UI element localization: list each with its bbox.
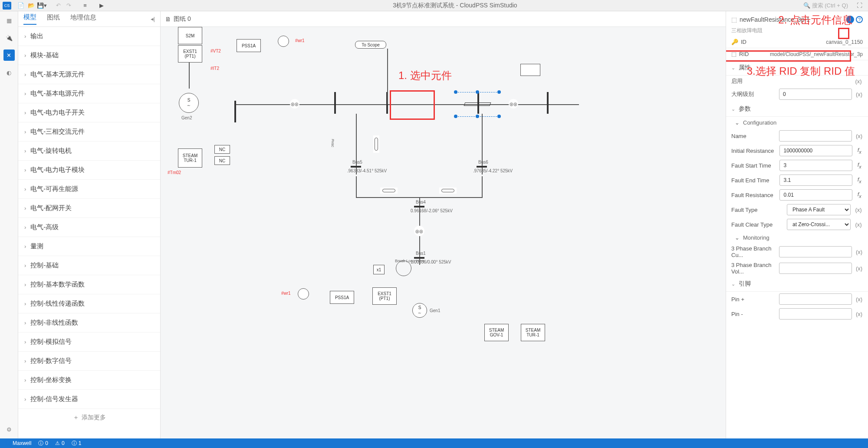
block-x1[interactable]: x1 (373, 265, 385, 274)
category-item[interactable]: ›电气-电力电子模块 (18, 161, 160, 180)
tline1[interactable] (373, 135, 379, 153)
block-exst1[interactable]: EXST1 (PT1) (178, 45, 202, 63)
status-warn[interactable]: ⚠ 0 (55, 440, 65, 446)
block-sum-top[interactable] (278, 36, 289, 47)
run-icon[interactable]: ▶ (96, 1, 107, 10)
category-item[interactable]: ›控制-信号发生器 (18, 390, 160, 409)
tline2[interactable] (380, 188, 398, 194)
label-vt2: #VT2 (210, 49, 221, 53)
param-input[interactable] (779, 263, 852, 274)
rid-value[interactable]: model/CloudPSS/_newFaultResistor_3p (770, 51, 863, 57)
id-value[interactable]: canvas_0_1150 (826, 39, 863, 45)
block-pss1a[interactable]: PSS1A (237, 39, 261, 52)
block-right-top[interactable] (520, 64, 540, 76)
chevron-right-icon: › (24, 396, 26, 402)
category-item[interactable]: ›控制-线性传递函数 (18, 294, 160, 313)
block-gen2-sym[interactable]: S～ (179, 93, 199, 113)
xfmr2[interactable]: ◎◎ (509, 99, 518, 109)
param-input[interactable] (779, 130, 852, 142)
redo-icon[interactable]: ↷ (63, 1, 74, 10)
panel-model-icon[interactable]: ▦ (3, 15, 15, 26)
block-nc2[interactable]: NC (214, 156, 230, 165)
block-gen1-sym[interactable]: S～ (412, 303, 427, 318)
category-item[interactable]: ›控制-模拟信号 (18, 333, 160, 352)
param-select[interactable]: at Zero-Crossi... (787, 219, 851, 230)
settings-icon[interactable]: ⚙ (3, 424, 15, 435)
category-item[interactable]: ›模块-基础 (18, 46, 160, 65)
category-item[interactable]: ›电气-配网开关 (18, 199, 160, 218)
param-input[interactable] (779, 175, 852, 186)
subsection-monitoring[interactable]: ⌄Monitoring (726, 232, 868, 244)
category-item[interactable]: ›控制-坐标变换 (18, 371, 160, 390)
category-item[interactable]: ›电气-三相交流元件 (18, 122, 160, 142)
param-select[interactable]: Phase A Fault (787, 204, 851, 215)
doc-tab[interactable]: 🗎 图纸 0 (165, 15, 191, 23)
panel-connect-icon[interactable]: 🔌 (3, 32, 15, 43)
new-file-icon[interactable]: 📄 (16, 1, 26, 10)
block-steam-tur[interactable]: STEAM TUR-1 (178, 148, 202, 168)
section-pins[interactable]: ⌄引脚 (726, 277, 868, 292)
block-pss1a-b[interactable]: PSS1A (330, 291, 354, 304)
category-item[interactable]: ›电气-可再生能源 (18, 180, 160, 199)
to-scope[interactable]: To Scope (355, 41, 386, 49)
palette-collapse-icon[interactable]: ◂| (151, 16, 155, 22)
selected-component[interactable] (456, 92, 499, 116)
save-icon[interactable]: 💾▾ (36, 1, 47, 10)
category-item[interactable]: ›输出 (18, 27, 160, 46)
xfmr3[interactable]: ◎◎ (414, 226, 424, 236)
status-info[interactable]: ⓘ 0 (38, 440, 48, 447)
xfmr1[interactable]: ◎◎ (290, 99, 299, 109)
block-nc1[interactable]: NC (214, 145, 230, 154)
block-steam-gov[interactable]: STEAM GOV-1 (484, 324, 509, 341)
block-exst1-b[interactable]: EXST1 (PT1) (372, 287, 397, 305)
label-bus6-v: .97635/-4.22° 525kV (473, 168, 513, 174)
undo-icon[interactable]: ↶ (53, 1, 63, 10)
outline-input[interactable] (779, 89, 852, 100)
param-input[interactable] (779, 293, 852, 305)
category-item[interactable]: ›电气-基本无源元件 (18, 65, 160, 84)
field-outline: 大纲级别 (x) (726, 87, 868, 102)
category-item[interactable]: ›量测 (18, 237, 160, 256)
fullscreen-icon[interactable]: ⛶ (857, 2, 865, 9)
panel-run-icon[interactable]: ◐ (3, 67, 15, 78)
param-input[interactable] (779, 189, 852, 201)
subsection-config[interactable]: ⌄Configuration (726, 117, 868, 128)
category-item[interactable]: ›电气-高级 (18, 218, 160, 237)
param-field: 3 Phase Branch Cu...(x) (726, 244, 868, 260)
param-input[interactable] (779, 160, 852, 171)
status-err[interactable]: ⓘ 1 (72, 440, 82, 447)
user-badge[interactable]: 👤Maxwell (4, 440, 31, 446)
rid-row[interactable]: ⬚RID model/CloudPSS/_newFaultResistor_3p (726, 48, 868, 60)
window-title: 3机9节点标准测试系统 - CloudPSS SimStudio (107, 2, 803, 10)
panel-design-icon[interactable]: ✕ (3, 49, 15, 61)
add-more[interactable]: ＋添加更多 (18, 409, 160, 426)
tline3[interactable] (439, 188, 457, 194)
tab-sheet[interactable]: 图纸 (47, 13, 60, 24)
param-input[interactable] (779, 246, 852, 257)
enable-x[interactable]: (x) (854, 78, 863, 85)
category-item[interactable]: ›电气-基本电源元件 (18, 84, 160, 103)
category-item[interactable]: ›电气-电力电子开关 (18, 103, 160, 122)
block-s2m[interactable]: S2M (178, 27, 202, 44)
param-input[interactable] (779, 145, 852, 156)
chevron-right-icon: › (24, 148, 26, 154)
tab-geo[interactable]: 地理信息 (70, 13, 96, 24)
chevron-down-icon: ⌄ (731, 65, 735, 71)
schematic-canvas[interactable]: S2M EXST1 (PT1) PSS1A #wr1 #VT2 #IT2 S～ … (161, 27, 726, 438)
list-icon[interactable]: ≡ (80, 1, 90, 10)
section-params[interactable]: ⌄参数 (726, 102, 868, 117)
chevron-down-icon: ⌄ (731, 281, 735, 287)
block-sum-bot[interactable] (298, 288, 309, 300)
block-steam-tur-b[interactable]: STEAM TUR-1 (521, 324, 545, 341)
open-icon[interactable]: 📂 (26, 1, 36, 10)
category-item[interactable]: ›控制-非线性函数 (18, 313, 160, 333)
category-item[interactable]: ›控制-基础 (18, 256, 160, 275)
category-item[interactable]: ›控制-数字信号 (18, 352, 160, 371)
category-item[interactable]: ›电气-旋转电机 (18, 142, 160, 161)
search-box[interactable]: 🔍 搜索 (Ctrl + Q) (803, 2, 848, 10)
help-icon[interactable]: ? (856, 16, 863, 23)
category-item[interactable]: ›控制-基本数学函数 (18, 275, 160, 294)
tab-model[interactable]: 模型 (23, 13, 36, 25)
chevron-right-icon: › (24, 262, 26, 269)
param-input[interactable] (779, 308, 852, 320)
